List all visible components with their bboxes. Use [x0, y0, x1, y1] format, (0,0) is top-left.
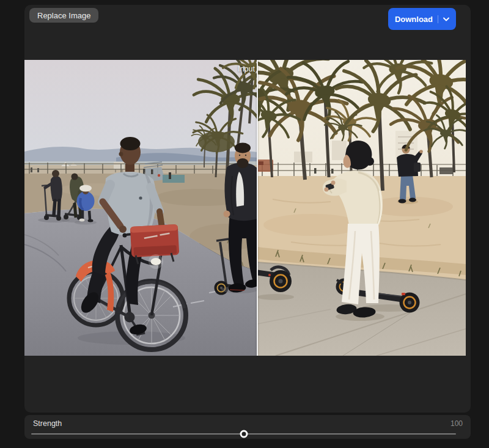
download-button[interactable]: Download — [388, 8, 456, 30]
strength-panel: Strength 100 — [24, 415, 471, 439]
download-label: Download — [395, 15, 433, 23]
comparison-photo — [24, 60, 466, 356]
app-root: Replace Image Download — [0, 0, 489, 448]
chevron-down-icon[interactable] — [443, 17, 449, 21]
strength-slider-thumb[interactable] — [240, 430, 248, 438]
left-photo-input — [24, 60, 284, 356]
replace-image-button[interactable]: Replace Image — [29, 8, 98, 23]
strength-slider[interactable] — [31, 431, 456, 436]
strength-value: 100 — [450, 419, 463, 428]
strength-label: Strength — [33, 419, 62, 428]
image-comparison: Input — [24, 60, 466, 356]
download-split-divider — [438, 15, 438, 23]
canvas-panel: Replace Image Download — [24, 5, 471, 413]
input-label: Input — [238, 65, 255, 73]
comparison-divider[interactable] — [257, 60, 258, 356]
